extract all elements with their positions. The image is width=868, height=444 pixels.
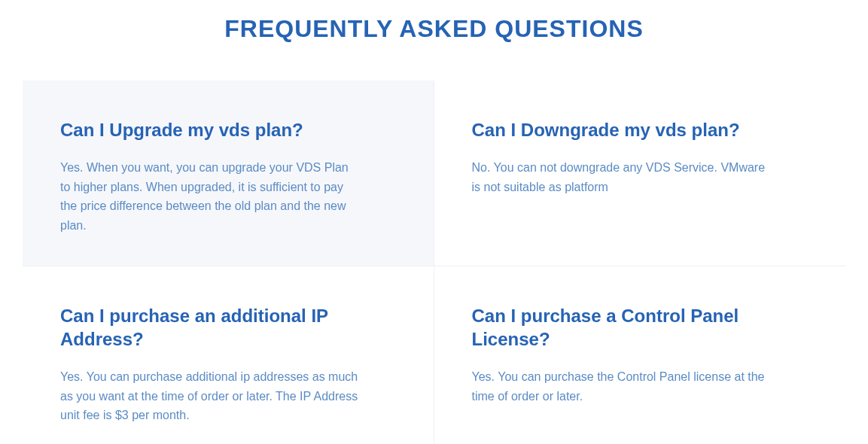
- faq-grid: Can I Upgrade my vds plan? Yes. When you…: [23, 81, 845, 444]
- faq-answer: No. You can not downgrade any VDS Servic…: [472, 158, 773, 196]
- faq-question: Can I Downgrade my vds plan?: [472, 118, 809, 141]
- faq-answer: Yes. You can purchase the Control Panel …: [472, 367, 773, 406]
- faq-card-upgrade: Can I Upgrade my vds plan? Yes. When you…: [23, 81, 434, 266]
- faq-question: Can I purchase a Control Panel License?: [472, 304, 809, 351]
- faq-answer: Yes. When you want, you can upgrade your…: [60, 158, 361, 235]
- page-title: FREQUENTLY ASKED QUESTIONS: [0, 0, 868, 81]
- faq-card-ip-address: Can I purchase an additional IP Address?…: [23, 266, 434, 444]
- faq-card-downgrade: Can I Downgrade my vds plan? No. You can…: [434, 81, 846, 266]
- faq-question: Can I Upgrade my vds plan?: [60, 118, 396, 141]
- faq-card-control-panel: Can I purchase a Control Panel License? …: [434, 266, 846, 444]
- faq-question: Can I purchase an additional IP Address?: [60, 304, 396, 351]
- faq-answer: Yes. You can purchase additional ip addr…: [60, 367, 361, 425]
